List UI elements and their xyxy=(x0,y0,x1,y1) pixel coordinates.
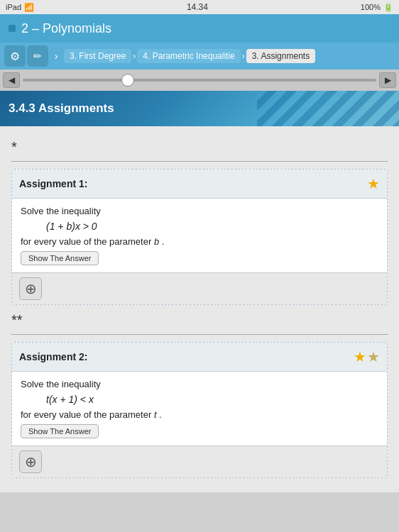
section-header: 3.4.3 Assignments xyxy=(0,91,399,126)
assignment-2-title: Assignment 2: xyxy=(19,351,87,362)
slider-bar: ◀ ▶ xyxy=(0,70,399,91)
slider-next-button[interactable]: ▶ xyxy=(379,72,396,88)
title-bar: 2 – Polynomials xyxy=(0,14,399,43)
status-bar-time: 14.34 xyxy=(187,2,208,12)
plus-icon-2: ⊕ xyxy=(25,453,37,470)
slider-prev-button[interactable]: ◀ xyxy=(3,72,20,88)
separator-1 xyxy=(11,161,388,162)
assignment-1-for-every: for every value of the parameter b . xyxy=(21,236,378,247)
assignment-1-instruction: Solve the inequality xyxy=(21,206,378,216)
title-bullet xyxy=(9,25,16,32)
slider-track[interactable] xyxy=(23,79,376,82)
breadcrumb-arrow-2: › xyxy=(242,51,245,61)
assignment-card-2: Assignment 2: ★ ★ Solve the inequality t… xyxy=(11,342,388,478)
status-bar-left: iPad 📶 xyxy=(6,3,34,12)
assignment-2-instruction: Solve the inequality xyxy=(21,379,378,389)
page-title: 2 – Polynomials xyxy=(21,21,111,36)
pencil-button[interactable]: ✏ xyxy=(27,45,48,67)
assignment-1-body: Solve the inequality (1 + b)x > 0 for ev… xyxy=(12,199,387,272)
battery-icon: 🔋 xyxy=(383,3,393,12)
breadcrumb-assignments[interactable]: 3. Assignments xyxy=(246,49,315,63)
main-content: * Assignment 1: ★ Solve the inequality (… xyxy=(0,126,399,492)
assignment-2-body: Solve the inequality t(x + 1) < x for ev… xyxy=(12,372,387,445)
breadcrumbs: 3. First Degree › 4. Parametric Inequali… xyxy=(64,49,395,63)
section-header-text: 3.4.3 Assignments xyxy=(9,101,114,116)
star-1-1: ★ xyxy=(367,175,380,192)
breadcrumb-first-degree[interactable]: 3. First Degree xyxy=(64,49,131,63)
separator-2 xyxy=(11,334,388,335)
difficulty-1-stars: * xyxy=(11,139,388,155)
wifi-icon: 📶 xyxy=(24,3,34,12)
battery-percent: 100% xyxy=(361,3,381,11)
add-note-1-button[interactable]: ⊕ xyxy=(19,277,42,300)
assignment-card-1: Assignment 1: ★ Solve the inequality (1 … xyxy=(11,169,388,305)
assignment-1-footer: ⊕ xyxy=(12,272,387,304)
nav-bar: ⚙ ✏ › 3. First Degree › 4. Parametric In… xyxy=(0,43,399,70)
breadcrumb-arrow-1: › xyxy=(133,51,136,61)
assignment-1-header: Assignment 1: ★ xyxy=(12,170,387,199)
assignment-2-footer: ⊕ xyxy=(12,445,387,477)
assignment-2-math: t(x + 1) < x xyxy=(21,394,378,405)
assignment-2-for-every: for every value of the parameter t . xyxy=(21,409,378,420)
assignment-1-math: (1 + b)x > 0 xyxy=(21,221,378,232)
show-answer-2-button[interactable]: Show The Answer xyxy=(21,424,99,438)
slider-thumb[interactable] xyxy=(121,74,134,87)
star-2-1: ★ xyxy=(354,348,366,365)
device-label: iPad xyxy=(6,3,21,11)
breadcrumb-parametric[interactable]: 4. Parametric Inequalitie xyxy=(137,49,240,63)
show-answer-1-button[interactable]: Show The Answer xyxy=(21,251,99,265)
assignment-2-stars: ★ ★ xyxy=(354,348,380,365)
assignment-2-header: Assignment 2: ★ ★ xyxy=(12,343,387,372)
status-bar: iPad 📶 14.34 100% 🔋 xyxy=(0,0,399,14)
assignment-1-stars: ★ xyxy=(367,175,380,192)
nav-forward-arrow[interactable]: › xyxy=(50,48,62,65)
assignment-1-title: Assignment 1: xyxy=(19,178,87,189)
status-bar-right: 100% 🔋 xyxy=(361,3,393,12)
difficulty-2-stars: ** xyxy=(11,312,388,328)
star-2-2: ★ xyxy=(367,348,380,365)
plus-icon-1: ⊕ xyxy=(25,280,37,297)
add-note-2-button[interactable]: ⊕ xyxy=(19,450,42,473)
gear-button[interactable]: ⚙ xyxy=(4,45,26,67)
